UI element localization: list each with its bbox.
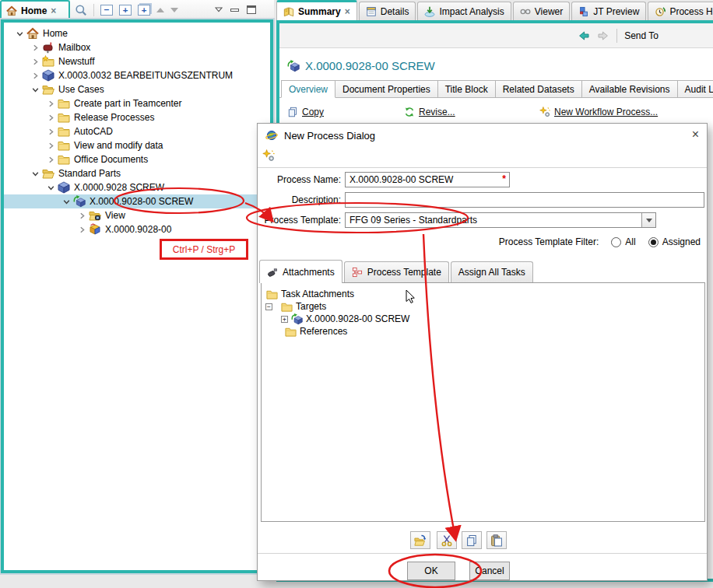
copy-icon (287, 107, 298, 117)
chevron-right-icon[interactable] (76, 226, 88, 233)
chevron-right-icon[interactable] (29, 72, 41, 79)
search-icon[interactable] (75, 4, 87, 16)
tree-item-office-documents[interactable]: Office Documents (4, 152, 270, 166)
viewer-icon (520, 6, 531, 17)
tree-item-screw-revision-selected[interactable]: X.0000.9028-00 SCREW (4, 194, 270, 208)
chevron-right-icon[interactable] (44, 128, 57, 135)
tree-item-view[interactable]: View (4, 208, 270, 222)
process-name-input[interactable]: X.0000.9028-00 SCREW * (345, 172, 510, 187)
attachment-item-task-attachments[interactable]: Task Attachments (262, 288, 704, 300)
radio-all-label: All (625, 236, 635, 247)
tab-available-revisions[interactable]: Available Revisions (582, 80, 678, 98)
tree-item-standard-parts[interactable]: Standard Parts (4, 166, 270, 180)
tree-item-dataset[interactable]: X.0000.9028-00 (4, 222, 270, 236)
copy-link[interactable]: Copy (287, 107, 324, 117)
down-arrow-icon[interactable] (170, 8, 178, 12)
chevron-down-icon[interactable] (29, 86, 41, 93)
tree-item-label: X.0000.9028-00 SCREW (90, 194, 193, 208)
tab-audit-logs[interactable]: Audit Logs (678, 80, 713, 98)
tree-item-newstuff[interactable]: Newstuff (4, 54, 270, 68)
minimize-icon[interactable] (230, 9, 239, 12)
close-icon[interactable]: × (345, 7, 350, 16)
tree-item-label: View and modify data (74, 138, 163, 152)
maximize-icon[interactable] (247, 5, 256, 14)
tab-process-template[interactable]: Process Template (344, 261, 449, 282)
forward-arrow-icon[interactable] (597, 30, 609, 42)
item-revision-icon (73, 195, 86, 208)
tab-viewer[interactable]: Viewer (513, 2, 570, 20)
tree-item-item[interactable]: X.0003.0032 BEARBEITUNGSZENTRUM (4, 68, 270, 82)
attachment-item-targets[interactable]: − Targets (262, 300, 704, 313)
new-workflow-link[interactable]: New Workflow Process... (539, 107, 658, 117)
tab-title-block[interactable]: Title Block (438, 80, 496, 98)
ok-button[interactable]: OK (407, 562, 455, 580)
collapse-box-icon[interactable]: − (265, 303, 272, 310)
tree-item-screw-item[interactable]: X.0000.9028 SCREW (4, 180, 270, 194)
cut-button[interactable] (437, 531, 457, 549)
dialog-titlebar[interactable]: New Process Dialog (258, 124, 707, 147)
tree-item-view-modify[interactable]: View and modify data (4, 138, 270, 152)
description-input[interactable] (345, 192, 704, 208)
chevron-right-icon[interactable] (29, 44, 41, 51)
view-menu-icon[interactable] (215, 7, 223, 12)
new-workflow-icon (539, 107, 550, 117)
tab-process-history[interactable]: Process History (648, 2, 713, 20)
tab-impact-analysis[interactable]: Impact Analysis (417, 2, 511, 20)
back-arrow-icon[interactable] (578, 30, 590, 42)
tab-home[interactable]: Home × (0, 0, 70, 19)
chevron-right-icon[interactable] (44, 100, 57, 107)
folder-icon (58, 125, 70, 138)
tree-item-release-processes[interactable]: Release Processes (4, 110, 270, 124)
chevron-down-icon[interactable] (29, 170, 41, 177)
folder-icon (281, 301, 293, 313)
expand-box-icon[interactable]: + (281, 316, 288, 323)
radio-assigned-label: Assigned (662, 236, 701, 247)
tree-item-mailbox[interactable]: Mailbox (4, 40, 270, 54)
tab-document-properties[interactable]: Document Properties (335, 80, 438, 98)
expand-icon[interactable]: + (119, 5, 132, 16)
up-arrow-icon[interactable] (156, 8, 164, 12)
summary-subtabs: Overview Document Properties Title Block… (281, 80, 713, 98)
left-toolbar: − + + (75, 0, 178, 19)
chevron-right-icon[interactable] (29, 58, 41, 65)
tab-jt-preview[interactable]: JT Preview (571, 2, 646, 20)
tab-summary[interactable]: Summary × (276, 0, 357, 20)
tree-item-autocad[interactable]: AutoCAD (4, 124, 270, 138)
item-cube-icon (58, 181, 70, 194)
tree-item-home[interactable]: Home (4, 26, 270, 40)
copy-button[interactable] (462, 531, 482, 549)
revise-link[interactable]: Revise... (404, 107, 455, 117)
tab-label: Summary (298, 6, 341, 17)
send-to-button[interactable]: Send To (624, 30, 659, 41)
tab-assign-all-tasks[interactable]: Assign All Tasks (451, 261, 533, 282)
close-icon[interactable]: × (692, 128, 699, 142)
chevron-down-icon[interactable] (13, 30, 26, 37)
open-folder-button[interactable] (410, 531, 430, 549)
tab-label: Impact Analysis (439, 6, 504, 17)
tab-attachments[interactable]: Attachments (259, 260, 342, 283)
attachment-item-screw-revision[interactable]: + X.0000.9028-00 SCREW (262, 313, 704, 325)
chevron-down-icon[interactable] (44, 184, 57, 191)
tree-item-use-cases[interactable]: Use Cases (4, 82, 270, 96)
close-icon[interactable]: × (51, 6, 56, 16)
process-template-combo[interactable]: FFG 09 Series - Standardparts (345, 212, 656, 228)
chevron-right-icon[interactable] (76, 212, 88, 219)
attachment-item-references[interactable]: References (262, 325, 704, 338)
paste-button[interactable] (486, 531, 507, 549)
radio-assigned[interactable]: Assigned (648, 236, 701, 247)
chevron-right-icon[interactable] (44, 142, 57, 149)
radio-all[interactable]: All (611, 236, 635, 247)
tree-item-label: Release Processes (74, 110, 154, 124)
tab-overview[interactable]: Overview (281, 80, 335, 98)
cancel-button[interactable]: Cancel (469, 562, 510, 580)
chevron-right-icon[interactable] (44, 156, 57, 163)
tab-related-datasets[interactable]: Related Datasets (496, 80, 582, 98)
combo-dropdown-button[interactable] (641, 213, 655, 227)
chevron-right-icon[interactable] (44, 114, 57, 121)
expand-all-icon[interactable]: + (138, 5, 150, 16)
chevron-down-icon[interactable] (60, 198, 72, 205)
collapse-all-icon[interactable]: − (100, 5, 113, 16)
tab-details[interactable]: Details (359, 2, 416, 20)
tree-item-create-part[interactable]: Create part in Teamcenter (4, 96, 270, 110)
tree-item-label: Newstuff (58, 54, 94, 68)
